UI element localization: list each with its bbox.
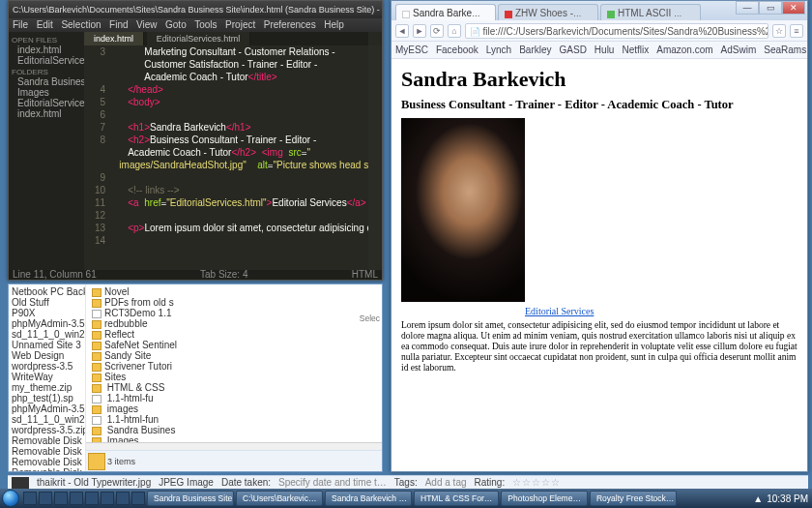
menu-view[interactable]: View [136,19,158,30]
taskbar-task[interactable]: Sandra Barkevich … [325,491,412,506]
date-value[interactable]: Specify date and time t… [278,476,387,490]
reload-button[interactable]: ⟳ [430,24,444,38]
start-button[interactable] [2,490,19,507]
bookmark-item[interactable]: Amazon.com [656,45,712,55]
bookmark-item[interactable]: SeaRams [764,45,806,55]
status-tabsize[interactable]: Tab Size: 4 [200,270,247,280]
status-syntax[interactable]: HTML [352,270,378,280]
navpane-item[interactable]: sd_11_1_0_win2kXPVis [12,414,82,425]
menu-find[interactable]: Find [109,19,128,30]
menu-file[interactable]: File [13,19,28,30]
list-item[interactable]: Sites [92,372,376,382]
taskbar-task[interactable]: HTML & CSS For… [414,491,499,506]
list-item[interactable]: Reflect [92,329,376,340]
editorial-services-link[interactable]: Editorial Services [525,306,594,316]
navpane-item[interactable]: Web Design [12,350,82,361]
menu-goto[interactable]: Goto [165,19,187,30]
menu-tools[interactable]: Tools [194,19,217,30]
folder-item[interactable]: Images [12,87,81,98]
explorer-navpane[interactable]: Netbook PC BackupOld StuffP90XphpMyAdmin… [9,284,86,471]
open-file[interactable]: EditorialServices.html [12,55,81,66]
chrome-tab[interactable]: HTML ASCII Reference [600,4,701,20]
minimize-icon[interactable]: — [736,1,759,15]
navpane-item[interactable]: Old Stuff [12,297,82,308]
taskbar-task[interactable]: Royalty Free Stock… [590,491,677,506]
bookmark-item[interactable]: Barkley [519,45,551,55]
address-bar[interactable]: 📄 file:///C:/Users/Barkevich/Documents/S… [465,23,768,39]
chrome-tab[interactable]: ZHW Shoes - Bargain For… [498,4,598,20]
minimap[interactable] [368,45,382,270]
sublime-menubar[interactable]: File Edit Selection Find View Goto Tools… [9,18,382,32]
menu-prefs[interactable]: Preferences [264,19,316,30]
list-item[interactable]: 1.1-html-fun [92,414,376,425]
clock[interactable]: 10:38 PM [767,493,808,504]
bookmark-item[interactable]: Netflix [622,45,649,55]
navpane-item[interactable]: Removable Disk (G:) [12,435,82,446]
bookmark-star-icon[interactable]: ☆ [772,24,786,38]
sublime-titlebar[interactable]: C:\Users\Barkevich\Documents\Sites\Sandr… [9,1,382,18]
chrome-tab-active[interactable]: Sandra Barkevich - Busin… [395,4,496,20]
navpane-item[interactable]: phpMyAdmin-3.5.5-a [12,318,82,329]
folder-item[interactable]: Sandra Business Site [12,76,81,87]
list-item[interactable]: PDFs from old s [92,297,376,308]
pinned-explorer-icon[interactable] [39,492,52,505]
list-item[interactable]: HTML & CSS [92,382,376,393]
menu-project[interactable]: Project [225,19,255,30]
close-icon[interactable]: ✕ [782,1,805,15]
explorer-scrollbar[interactable] [86,442,382,450]
bookmark-item[interactable]: Lynch [486,45,511,55]
maximize-icon[interactable]: ▭ [759,1,782,15]
list-item[interactable]: images [92,403,376,414]
list-item[interactable]: RCT3Demo 1.1 [92,308,376,318]
explorer-main[interactable]: NovelPDFs from old sRCT3Demo 1.1redbubbl… [86,284,382,471]
navpane-item[interactable]: wordpress-3.5 [12,361,82,372]
tags-value[interactable]: Add a tag [425,476,467,490]
list-item[interactable]: SafeNet Sentinel [92,340,376,350]
rating-stars[interactable]: ☆☆☆☆☆ [512,476,561,490]
pinned-app-icon[interactable] [70,492,83,505]
bookmark-item[interactable]: GASD [560,45,587,55]
bookmark-item[interactable]: AdSwim [721,45,757,55]
home-button[interactable]: ⌂ [448,24,461,38]
navpane-item[interactable]: php_test(1).sp [12,393,82,403]
navpane-item[interactable]: Removable Disk (J:) [12,467,82,471]
taskbar-task[interactable]: C:\Users\Barkevic… [236,491,323,506]
navpane-item[interactable]: sd_11_1_0_win2kXPVis [12,329,82,340]
pinned-app-icon[interactable] [116,492,130,505]
navpane-item[interactable]: my_theme.zip [12,382,82,393]
pinned-app-icon[interactable] [101,492,114,505]
navpane-item[interactable]: Netbook PC Backup [12,286,82,297]
menu-help[interactable]: Help [324,19,344,30]
menu-selection[interactable]: Selection [61,19,101,30]
menu-edit[interactable]: Edit [37,19,53,30]
code-editor[interactable]: 3 Marketing Consultant - Customer Relati… [84,45,368,270]
menu-icon[interactable]: ≡ [790,24,803,38]
list-item[interactable]: Sandy Site [92,350,376,361]
navpane-item[interactable]: WriteWay [12,372,82,382]
folder-item[interactable]: EditorialServices.html [12,98,81,108]
bookmark-item[interactable]: Facebook [436,45,478,55]
navpane-item[interactable]: wordpress-3.5.zip [12,425,82,435]
bookmark-item[interactable]: MyESC [395,45,428,55]
back-button[interactable]: ◄ [395,24,409,38]
list-item[interactable]: redbubble [92,318,376,329]
pinned-app-icon[interactable] [131,492,145,505]
editor-tab-editorial[interactable]: EditorialServices.html [147,32,251,45]
navpane-item[interactable]: P90X [12,308,82,318]
bookmark-item[interactable]: Hulu [594,45,615,55]
navpane-item[interactable]: Unnamed Site 3 [12,340,82,350]
list-item[interactable]: Sandra Busines [92,425,376,435]
system-tray[interactable]: ▲ 10:38 PM [753,493,810,504]
folder-item[interactable]: index.html [12,108,81,119]
open-file[interactable]: index.html [12,45,81,55]
list-item[interactable]: 1.1-html-fu [92,393,376,403]
pinned-app-icon[interactable] [85,492,99,505]
forward-button[interactable]: ► [413,24,426,38]
taskbar-task[interactable]: Photoshop Eleme… [501,491,588,506]
tray-icon[interactable]: ▲ [753,493,763,504]
taskbar-task[interactable]: Sandra Business Site [147,491,234,506]
list-item[interactable]: Novel [92,286,376,297]
list-item[interactable]: Scrivener Tutori [92,361,376,372]
navpane-item[interactable]: phpMyAdmin-3.5.5-a [12,403,82,414]
navpane-item[interactable]: Removable Disk (I:) [12,457,82,467]
